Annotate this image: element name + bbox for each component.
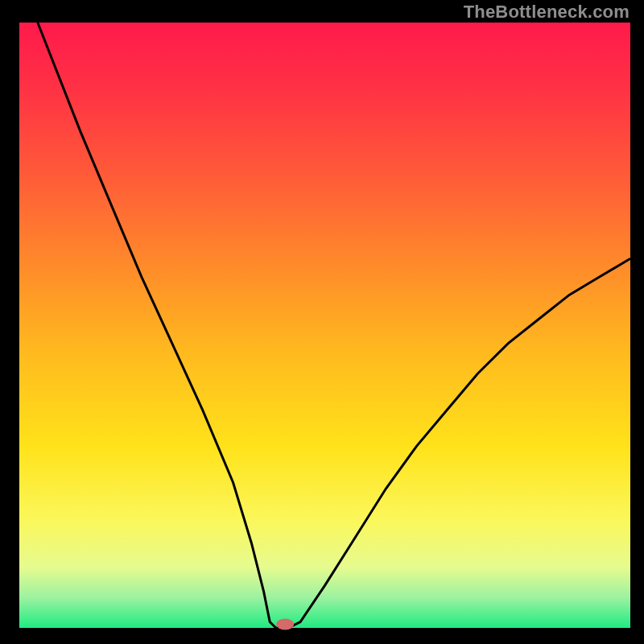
bottleneck-chart xyxy=(0,0,644,644)
plot-background xyxy=(19,23,630,628)
outer-frame: TheBottleneck.com xyxy=(0,0,644,644)
optimal-point-marker xyxy=(276,618,294,630)
